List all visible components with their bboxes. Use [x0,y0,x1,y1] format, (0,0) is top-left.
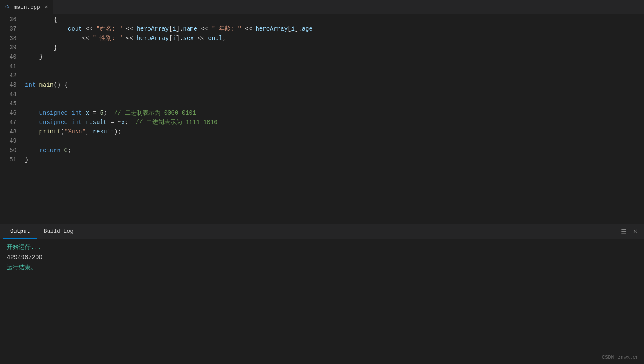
code-line-43: int main() { [23,80,644,90]
line-num-37: 37 [4,24,17,34]
code-line-41 [23,62,644,71]
tab-file-icon: C← [5,4,11,10]
watermark-znwx: znwx.cn [618,355,639,361]
line-num-36: 36 [4,15,17,24]
output-start-line: 开始运行... [7,243,637,252]
code-line-51: } [23,155,644,164]
panel-close-button[interactable]: × [632,227,639,236]
tab-main-cpp[interactable]: C← main.cpp × [0,0,53,14]
line-num-47: 47 [4,118,17,127]
code-line-46: unsigned int x = 5; // 二进制表示为 0000 0101 [23,108,644,118]
tab-label: main.cpp [14,4,40,11]
code-line-47: unsigned int result = ~x; // 二进制表示为 1111… [23,118,644,127]
tab-output-label: Output [10,228,30,234]
line-num-48: 48 [4,127,17,136]
panel-tab-actions: ☰ × [619,227,644,237]
code-line-48: printf("%u\n", result); [23,127,644,136]
line-num-46: 46 [4,108,17,118]
code-line-40: } [23,52,644,62]
code-line-45 [23,99,644,108]
watermark-csdn: CSDN [602,355,614,361]
bottom-panel: Output Build Log ☰ × 开始运行... 4294967290 … [0,224,644,364]
tab-close-button[interactable]: × [45,4,48,11]
output-end-line: 运行结束。 [7,263,637,272]
line-num-38: 38 [4,34,17,43]
code-container: 36 37 38 39 40 41 42 43 44 45 46 47 48 4… [0,15,644,224]
output-end-text: 运行结束。 [7,264,36,271]
tab-bar: C← main.cpp × [0,0,644,15]
output-result-text: 4294967290 [7,254,42,261]
code-line-49 [23,136,644,146]
line-num-40: 40 [4,52,17,62]
output-result-line: 4294967290 [7,253,637,262]
code-lines[interactable]: { cout << "姓名: " << heroArray[i].name <<… [23,15,644,224]
line-numbers: 36 37 38 39 40 41 42 43 44 45 46 47 48 4… [0,15,23,224]
panel-output-content: 开始运行... 4294967290 运行结束。 [0,239,644,364]
line-num-43: 43 [4,80,17,90]
tab-output[interactable]: Output [3,224,37,239]
code-line-44 [23,90,644,99]
line-num-51: 51 [4,155,17,164]
line-num-49: 49 [4,136,17,146]
watermark: CSDN znwx.cn [602,355,639,361]
code-line-50: return 0; [23,146,644,155]
code-line-38: << " 性别: " << heroArray[i].sex << endl; [23,34,644,43]
line-num-41: 41 [4,62,17,71]
panel-filter-button[interactable]: ☰ [619,227,628,237]
output-start-text: 开始运行... [7,244,41,251]
editor-content[interactable]: 36 37 38 39 40 41 42 43 44 45 46 47 48 4… [0,15,644,224]
tab-build-log-label: Build Log [44,228,73,234]
line-num-42: 42 [4,71,17,80]
code-line-39: } [23,43,644,52]
panel-tabs: Output Build Log ☰ × [0,224,644,239]
line-num-50: 50 [4,146,17,155]
tab-build-log[interactable]: Build Log [37,224,80,239]
editor-area: 36 37 38 39 40 41 42 43 44 45 46 47 48 4… [0,15,644,224]
code-line-37: cout << "姓名: " << heroArray[i].name << "… [23,24,644,34]
line-num-44: 44 [4,90,17,99]
line-num-39: 39 [4,43,17,52]
line-num-45: 45 [4,99,17,108]
code-line-42 [23,71,644,80]
code-line-36: { [23,15,644,24]
